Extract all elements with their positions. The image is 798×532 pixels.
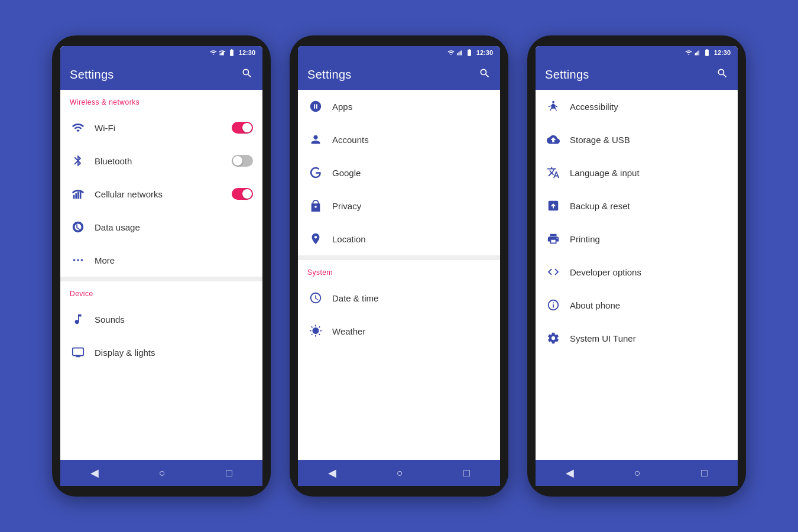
recents-button-2[interactable]: □ (463, 467, 470, 479)
svg-rect-2 (222, 52, 223, 56)
cellular-label: Cellular networks (95, 189, 223, 199)
settings-item-privacy[interactable]: Privacy (298, 189, 500, 222)
google-icon (307, 164, 324, 181)
wifi-toggle[interactable] (232, 122, 253, 134)
settings-item-language[interactable]: Language & input (536, 156, 738, 189)
recents-button-1[interactable]: □ (226, 467, 232, 479)
location-label: Location (332, 234, 491, 244)
about-icon (545, 297, 562, 313)
svg-rect-21 (698, 51, 699, 56)
svg-rect-19 (696, 53, 697, 56)
recents-button-3[interactable]: □ (701, 467, 708, 479)
search-icon-1[interactable] (241, 67, 253, 82)
settings-item-location[interactable]: Location (298, 222, 500, 255)
status-icons-1: 12:30 (210, 48, 255, 57)
weather-label: Weather (332, 326, 491, 336)
accounts-icon (307, 131, 324, 148)
svg-rect-14 (457, 53, 458, 56)
back-button-3[interactable]: ◀ (566, 466, 574, 479)
status-icons-3: 12:30 (685, 48, 731, 57)
search-icon-2[interactable] (479, 67, 491, 82)
status-icons-2: 12:30 (447, 48, 493, 57)
wifi-icon (70, 119, 86, 136)
display-label: Display & lights (95, 348, 253, 358)
settings-item-printing[interactable]: Printing (536, 222, 738, 255)
cellular-toggle[interactable] (232, 188, 253, 200)
svg-rect-15 (458, 53, 459, 56)
settings-item-weather[interactable]: Weather (298, 314, 500, 348)
developer-icon (545, 264, 562, 280)
weather-icon (307, 323, 324, 339)
privacy-icon (307, 197, 324, 214)
sounds-label: Sounds (95, 314, 253, 325)
section-header-system: System (298, 260, 500, 281)
svg-rect-17 (460, 51, 462, 56)
section-header-device: Device (60, 281, 262, 303)
settings-item-display[interactable]: Display & lights (60, 336, 262, 369)
settings-item-sounds[interactable]: Sounds (60, 303, 262, 336)
home-button-1[interactable]: ○ (159, 467, 166, 479)
settings-list-1: Wireless & networks Wi-Fi Bluetooth (60, 90, 262, 460)
backup-label: Backup & reset (570, 201, 728, 211)
system-ui-label: System UI Tuner (570, 333, 728, 343)
settings-item-developer[interactable]: Developer options (536, 255, 738, 288)
home-button-3[interactable]: ○ (634, 467, 641, 479)
settings-item-more[interactable]: More (60, 244, 262, 277)
location-icon (307, 231, 324, 247)
settings-item-data-usage[interactable]: Data usage (60, 210, 262, 244)
accessibility-icon (545, 98, 562, 115)
settings-item-wifi[interactable]: Wi-Fi (60, 111, 262, 144)
svg-rect-20 (697, 51, 698, 56)
svg-rect-1 (220, 53, 222, 56)
back-button-1[interactable]: ◀ (90, 466, 99, 479)
back-button-2[interactable]: ◀ (328, 466, 336, 479)
accessibility-label: Accessibility (570, 102, 728, 112)
svg-rect-0 (219, 54, 220, 56)
datetime-label: Date & time (332, 293, 491, 303)
settings-item-google[interactable]: Google (298, 156, 500, 189)
svg-rect-6 (77, 192, 79, 199)
divider-2 (298, 255, 500, 260)
settings-item-datetime[interactable]: Date & time (298, 281, 500, 314)
accounts-label: Accounts (332, 135, 491, 145)
status-bar-2: 12:30 (298, 46, 500, 59)
divider-1 (60, 277, 262, 281)
phone-1-screen: 12:30 Settings Wireless & networks Wi-Fi (60, 46, 262, 486)
settings-item-accessibility[interactable]: Accessibility (536, 90, 738, 123)
settings-item-apps[interactable]: Apps (298, 90, 500, 123)
home-button-2[interactable]: ○ (397, 467, 403, 479)
bluetooth-toggle[interactable] (232, 155, 253, 167)
svg-rect-7 (80, 190, 82, 199)
nav-bar-3: ◀ ○ □ (536, 460, 738, 486)
google-label: Google (332, 168, 491, 178)
phone-3: 12:30 Settings Accessibility Storag (527, 35, 746, 497)
svg-rect-5 (75, 193, 77, 199)
printing-label: Printing (570, 234, 728, 244)
nav-bar-2: ◀ ○ □ (298, 460, 500, 486)
svg-rect-16 (459, 51, 460, 56)
phone-2-screen: 12:30 Settings Apps Accounts (298, 46, 500, 486)
section-header-wireless: Wireless & networks (60, 90, 262, 111)
nav-bar-1: ◀ ○ □ (60, 460, 262, 486)
status-bar-3: 12:30 (536, 46, 738, 59)
language-icon (545, 164, 562, 181)
wifi-label: Wi-Fi (95, 123, 223, 133)
settings-item-system-ui[interactable]: System UI Tuner (536, 322, 738, 355)
settings-item-bluetooth[interactable]: Bluetooth (60, 144, 262, 177)
printing-icon (545, 231, 562, 247)
storage-label: Storage & USB (570, 135, 728, 145)
settings-item-storage[interactable]: Storage & USB (536, 123, 738, 156)
settings-item-cellular[interactable]: Cellular networks (60, 177, 262, 210)
status-time-3: 12:30 (714, 49, 731, 56)
backup-icon (545, 197, 562, 214)
phone-3-screen: 12:30 Settings Accessibility Storag (536, 46, 738, 486)
search-icon-3[interactable] (716, 67, 728, 82)
developer-label: Developer options (570, 267, 728, 277)
svg-rect-18 (695, 53, 696, 56)
settings-item-about[interactable]: About phone (536, 288, 738, 322)
privacy-label: Privacy (332, 201, 491, 211)
apps-label: Apps (332, 102, 491, 112)
settings-item-accounts[interactable]: Accounts (298, 123, 500, 156)
settings-item-backup[interactable]: Backup & reset (536, 189, 738, 222)
sounds-icon (70, 311, 86, 327)
